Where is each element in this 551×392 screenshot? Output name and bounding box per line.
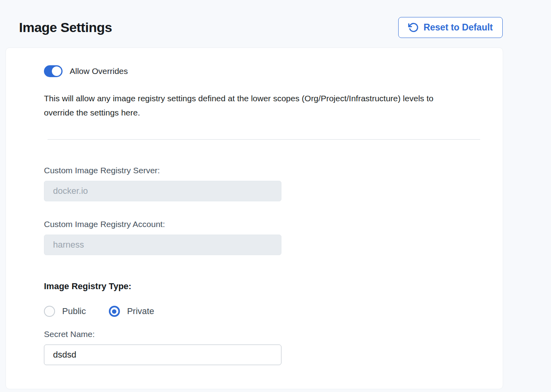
toggle-knob [52,66,61,76]
radio-public-circle-icon [44,306,55,317]
radio-option-private[interactable]: Private [109,306,154,317]
secret-name-field: Secret Name: [44,330,465,365]
radio-option-public[interactable]: Public [44,306,86,317]
registry-account-label: Custom Image Registry Account: [44,220,465,229]
page-header: Image Settings Reset to Default [0,0,551,44]
radio-public-label: Public [62,306,86,316]
allow-overrides-toggle[interactable] [44,65,63,77]
reset-to-default-button[interactable]: Reset to Default [398,17,503,38]
registry-account-field: Custom Image Registry Account: [44,220,465,255]
radio-private-label: Private [127,306,154,316]
reset-icon [408,22,419,33]
secret-name-input[interactable] [44,345,281,365]
image-settings-card: Allow Overrides This will allow any imag… [6,47,503,389]
overrides-description: This will allow any image registry setti… [44,91,465,119]
page-title: Image Settings [19,20,112,35]
allow-overrides-label: Allow Overrides [70,66,128,76]
reset-button-label: Reset to Default [424,22,493,33]
registry-type-label: Image Registry Type: [44,281,465,292]
registry-server-label: Custom Image Registry Server: [44,166,465,175]
radio-private-circle-icon [109,306,120,317]
registry-server-field: Custom Image Registry Server: [44,166,465,201]
secret-name-label: Secret Name: [44,330,465,339]
registry-server-input[interactable] [44,181,281,201]
allow-overrides-row: Allow Overrides [44,65,465,77]
section-divider [48,139,480,140]
registry-account-input[interactable] [44,235,281,255]
registry-type-radio-group: Public Private [44,306,465,317]
